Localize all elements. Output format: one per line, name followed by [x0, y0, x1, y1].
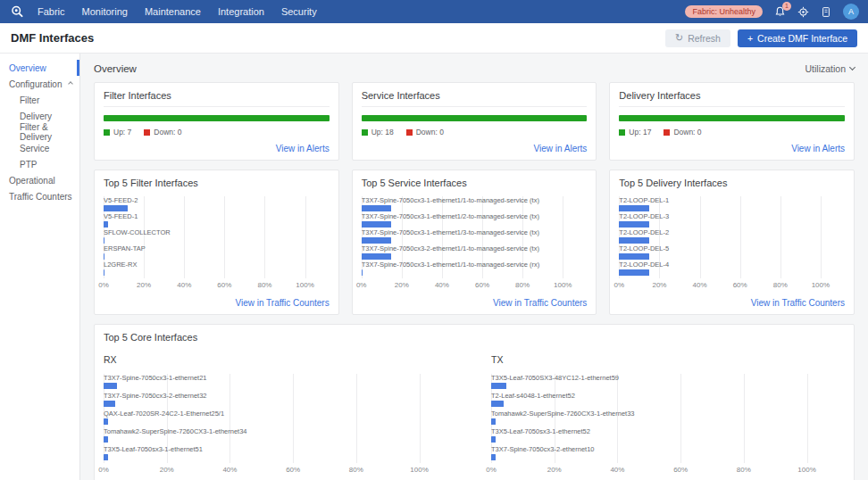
- sidebar-item-ptp[interactable]: PTP: [0, 156, 79, 172]
- traffic-counters-link-row: View in Traffic Counters: [619, 294, 845, 310]
- bar: [491, 418, 496, 425]
- chart-row: SFLOW-COLLECTOR: [104, 228, 330, 244]
- sidebar-item-configuration[interactable]: Configuration: [0, 76, 79, 92]
- summary-card-filter-interfaces: Filter InterfacesUp: 7Down: 0View in Ale…: [94, 82, 339, 161]
- bar-label: T3X7-Spine-7050cx3-2-ethernet32: [104, 392, 457, 400]
- x-tick-label: 20%: [395, 281, 409, 289]
- view-in-traffic-counters-link[interactable]: View in Traffic Counters: [751, 298, 845, 308]
- nav-item-integration[interactable]: Integration: [218, 6, 264, 17]
- sidebar-item-filter[interactable]: Filter: [0, 92, 79, 108]
- create-dmf-interface-button[interactable]: + Create DMF Interface: [738, 29, 857, 47]
- bar: [362, 269, 363, 276]
- chart-top-5-delivery-interfaces: T2-LOOP-DEL-1T2-LOOP-DEL-3T2-LOOP-DEL-2T…: [619, 196, 845, 291]
- chart-row: QAX-Leaf-7020SR-24C2-1-Ethernet25/1: [104, 410, 457, 427]
- view-in-alerts-link[interactable]: View in Alerts: [533, 144, 587, 153]
- utilization-dropdown[interactable]: Utilization: [805, 63, 855, 74]
- x-tick-label: 20%: [652, 281, 666, 289]
- sidebar-item-label: Configuration: [9, 79, 62, 89]
- sidebar-item-filter-delivery[interactable]: Filter & Delivery: [0, 124, 79, 140]
- bar-label: T3X7-Spine-7050cx3-1-ethernet1/1-to-mana…: [362, 196, 588, 204]
- user-avatar[interactable]: A: [843, 4, 859, 20]
- down-swatch-icon: [664, 129, 670, 136]
- section-heading: Overview: [94, 63, 137, 74]
- view-in-alerts-link[interactable]: View in Alerts: [276, 144, 330, 153]
- nav-item-security[interactable]: Security: [281, 6, 317, 17]
- view-in-traffic-counters-link[interactable]: View in Traffic Counters: [235, 298, 329, 308]
- core-charts-grid: RXT3X7-Spine-7050cx3-1-ethernet21T3X7-Sp…: [104, 351, 845, 480]
- chart-row: T3X5-Leaf-7050sx3-1-ethernet51: [104, 445, 457, 463]
- legend-up: Up: 17: [619, 128, 651, 137]
- chart-row: T2-Leaf-s4048-1-ethernet52: [491, 392, 845, 410]
- nav-item-monitoring[interactable]: Monitoring: [82, 6, 128, 17]
- summary-card-title: Delivery Interfaces: [619, 90, 845, 107]
- chart-row: T2-LOOP-DEL-3: [619, 212, 845, 228]
- nav-item-fabric[interactable]: Fabric: [38, 6, 65, 17]
- up-utilization-bar: [104, 115, 330, 121]
- x-tick-label: 40%: [693, 281, 707, 289]
- main-content: Overview Utilization Filter InterfacesUp…: [80, 54, 868, 480]
- bar-label: T3X7-Spine-7050cx3-1-ethernet1/1-to-mana…: [362, 261, 588, 269]
- sidebar-item-operational[interactable]: Operational: [0, 172, 79, 188]
- page-header: DMF Interfaces ↻ Refresh + Create DMF In…: [0, 23, 868, 54]
- chart-row: T3X7-Spine-7050cx3-2-ethernet10: [491, 445, 845, 463]
- dmf-logo-icon[interactable]: [9, 4, 25, 20]
- chart-row: T2-LOOP-DEL-2: [619, 228, 845, 244]
- sidebar-item-label: Filter & Delivery: [20, 122, 72, 142]
- up-swatch-icon: [362, 129, 368, 136]
- legend-up: Up: 18: [362, 128, 394, 137]
- x-tick-label: 40%: [610, 466, 624, 474]
- chart-row: Tomahawk2-SuperSpine-7260CX3-1-ethernet3…: [491, 410, 845, 427]
- down-swatch-icon: [144, 129, 150, 136]
- chart-row: T3X7-Spine-7050cx3-2-ethernet1/1-to-mana…: [362, 244, 588, 261]
- view-in-traffic-counters-link[interactable]: View in Traffic Counters: [493, 298, 587, 308]
- x-tick-label: 80%: [257, 281, 271, 289]
- bar: [104, 221, 108, 228]
- bar-label: T3X5-Leaf-7050sx3-1-ethernet51: [104, 445, 457, 453]
- notification-bell-icon[interactable]: 1: [774, 6, 786, 18]
- bar-label: T3X7-Spine-7050cx3-2-ethernet1/1-to-mana…: [362, 244, 588, 252]
- bar-label: T2-LOOP-DEL-4: [619, 261, 845, 269]
- core-interfaces-card: Top 5 Core Interfaces RXT3X7-Spine-7050c…: [94, 324, 855, 480]
- fabric-status-badge[interactable]: Fabric: Unhealthy: [685, 5, 763, 18]
- x-tick-label: 60%: [673, 466, 688, 474]
- x-tick-label: 0%: [98, 281, 109, 289]
- x-tick-label: 100%: [296, 281, 313, 289]
- summary-card-delivery-interfaces: Delivery InterfacesUp: 17Down: 0View in …: [609, 82, 855, 161]
- bar: [619, 237, 648, 244]
- up-utilization-bar: [619, 115, 845, 121]
- sidebar-item-overview[interactable]: Overview: [0, 60, 79, 76]
- nav-right: Fabric: Unhealthy 1: [685, 4, 859, 20]
- x-tick-label: 0%: [98, 466, 109, 474]
- down-swatch-icon: [406, 129, 413, 136]
- chart-top-5-service-interfaces: T3X7-Spine-7050cx3-1-ethernet1/1-to-mana…: [362, 196, 588, 291]
- chart-plot: V5-FEED-2V5-FEED-1SFLOW-COLLECTORERSPAN-…: [104, 196, 330, 278]
- bar-label: T2-LOOP-DEL-5: [619, 244, 845, 252]
- settings-gear-icon[interactable]: [797, 6, 809, 18]
- traffic-counters-link-row: View in Traffic Counters: [362, 294, 588, 310]
- chart-row: ERSPAN-TAP: [104, 244, 330, 261]
- legend-up: Up: 7: [104, 128, 131, 137]
- sidebar-item-label: Filter: [20, 95, 39, 105]
- sidebar-item-service[interactable]: Service: [0, 140, 79, 156]
- refresh-icon: ↻: [675, 33, 683, 43]
- bar: [362, 237, 391, 244]
- plus-icon: +: [747, 33, 753, 44]
- x-tick-label: 80%: [515, 281, 530, 289]
- up-swatch-icon: [104, 129, 110, 136]
- summary-card-title: Filter Interfaces: [104, 90, 330, 107]
- core-chart-subtitle: TX: [491, 354, 845, 365]
- sidebar-item-traffic-counters[interactable]: Traffic Counters: [0, 188, 79, 204]
- chart-plot: T3X7-Spine-7050cx3-1-ethernet21T3X7-Spin…: [104, 374, 457, 463]
- x-tick-label: 60%: [475, 281, 489, 289]
- chart-rx: T3X7-Spine-7050cx3-1-ethernet21T3X7-Spin…: [104, 374, 457, 476]
- bar-label: V5-FEED-2: [104, 196, 330, 204]
- view-in-alerts-link[interactable]: View in Alerts: [791, 144, 845, 153]
- chart-card-title: Top 5 Filter Interfaces: [104, 178, 330, 188]
- chart-plot: T2-LOOP-DEL-1T2-LOOP-DEL-3T2-LOOP-DEL-2T…: [619, 196, 845, 278]
- documentation-icon[interactable]: [821, 6, 831, 18]
- top5-charts-row: Top 5 Filter InterfacesV5-FEED-2V5-FEED-…: [94, 170, 855, 315]
- nav-item-maintenance[interactable]: Maintenance: [145, 6, 201, 17]
- chart-card-top-5-filter-interfaces: Top 5 Filter InterfacesV5-FEED-2V5-FEED-…: [94, 170, 339, 315]
- refresh-button[interactable]: ↻ Refresh: [665, 29, 730, 47]
- bar-label: T3X7-Spine-7050cx3-2-ethernet10: [491, 445, 845, 453]
